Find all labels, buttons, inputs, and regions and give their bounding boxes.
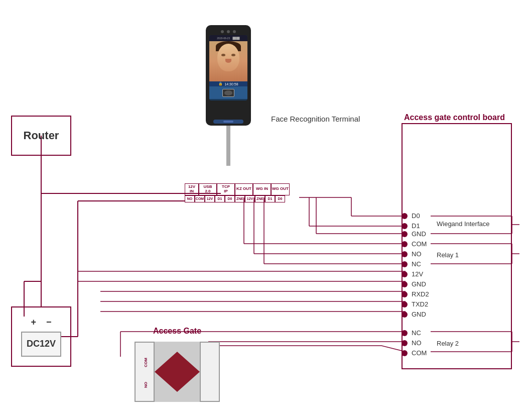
screen-face — [209, 41, 247, 81]
wing-right — [177, 352, 200, 392]
pin-dot-com1 — [402, 241, 408, 247]
pin-gnd3-row: GND — [402, 310, 426, 318]
pin-d1: D1 — [215, 195, 225, 202]
battery-terminals: + − — [31, 317, 51, 328]
pin-d0: D0 — [225, 195, 235, 202]
pin-label-no1: NO — [412, 250, 422, 258]
pin-label-gnd2: GND — [412, 280, 426, 288]
gate-right-panel — [200, 342, 220, 402]
device-body: 2020-06-23 ████ 🔒 14:30:58 — [206, 25, 251, 126]
pin-d0-row: D0 — [402, 212, 420, 220]
pin-dot-d0 — [402, 213, 408, 219]
terminal-minus: − — [46, 317, 52, 328]
pin-zne2: ZNE — [255, 195, 265, 202]
screen-time: 14:30:58 — [224, 82, 238, 86]
terminal-device: 2020-06-23 ████ 🔒 14:30:58 — [196, 25, 261, 166]
pin-dot-no1 — [402, 251, 408, 257]
gate-pin-no: NO — [144, 382, 148, 388]
diagram-container: Router 2020-06-23 ████ — [0, 0, 532, 416]
pin-no1-row: NO — [402, 250, 422, 258]
connector-bottom-row: NO COM 12V D1 D0 ZNE 12V ZNE D1 D0 — [185, 195, 290, 202]
router-box: Router — [11, 116, 71, 156]
pin-zne: ZNE — [235, 195, 245, 202]
pin-d1b: D1 — [265, 195, 275, 202]
conn-group-wgout: WG OUT — [271, 183, 290, 195]
pin-dot-d1 — [402, 223, 408, 229]
pin-nc2-row: NC — [402, 329, 421, 337]
gate-device: COM NO — [135, 342, 220, 402]
pin-nc1-row: NC — [402, 260, 421, 268]
pin-12v: 12V — [205, 195, 215, 202]
pin-dot-txd2 — [402, 301, 408, 307]
device-base — [226, 126, 230, 166]
terminal-plus: + — [31, 317, 36, 328]
battery-box: + − DC12V — [11, 306, 71, 367]
conn-group-kzout: KZ OUT — [235, 183, 253, 195]
relay2-label: Relay 2 — [437, 340, 459, 347]
pin-no2-row: NO — [402, 339, 422, 347]
battery-cell: DC12V — [21, 332, 61, 357]
access-gate-label: Access Gate — [153, 327, 201, 336]
camera-dot-3 — [233, 30, 236, 33]
pin-txd2-row: TXD2 — [402, 300, 428, 308]
pin-12v2: 12V — [245, 195, 255, 202]
pin-gnd1-row: GND — [402, 230, 426, 238]
pin-label-com2: COM — [412, 349, 427, 357]
pin-dot-gnd1 — [402, 231, 408, 237]
connector-top-row: 12VIN USB2.0 TCPIP KZ OUT WG IN WG OUT — [185, 183, 290, 195]
pin-com2-row: COM — [402, 349, 427, 357]
pin-dot-12v — [402, 271, 408, 277]
pin-label-txd2: TXD2 — [412, 300, 428, 308]
pin-no: NO — [185, 195, 195, 202]
camera-dot-1 — [221, 30, 224, 33]
connector-block: 12VIN USB2.0 TCPIP KZ OUT WG IN WG OUT N… — [185, 183, 290, 202]
conn-group-wgin: WG IN — [253, 183, 271, 195]
wiegand-interface-label: Wiegand Interface — [437, 220, 490, 228]
pin-dot-nc2 — [402, 330, 408, 336]
pin-dot-com2 — [402, 350, 408, 356]
pin-label-com1: COM — [412, 240, 427, 248]
router-label: Router — [24, 129, 59, 142]
pin-label-d0: D0 — [412, 212, 420, 220]
pin-rxd2-row: RXD2 — [402, 290, 429, 298]
pin-label-no2: NO — [412, 339, 422, 347]
conn-group-12v: 12VIN — [185, 183, 199, 195]
conn-group-usb: USB2.0 — [199, 183, 217, 195]
pin-12v-row: 12V — [402, 270, 423, 278]
gate-center — [155, 342, 200, 402]
wing-left — [155, 352, 177, 392]
pin-dot-no2 — [402, 340, 408, 346]
pin-label-nc2: NC — [412, 329, 421, 337]
pin-d1-row: D1 — [402, 222, 420, 230]
pin-dot-gnd3 — [402, 311, 408, 318]
gate-wings — [155, 349, 200, 394]
relay1-label: Relay 1 — [437, 251, 459, 259]
pin-label-d1: D1 — [412, 222, 420, 230]
device-screen: 2020-06-23 ████ 🔒 14:30:58 — [209, 35, 247, 100]
camera-row — [221, 30, 236, 33]
pin-label-nc1: NC — [412, 260, 421, 268]
pin-com: COM — [195, 195, 205, 202]
camera-dot-2 — [227, 30, 230, 33]
pin-d0b: D0 — [275, 195, 285, 202]
gate-left-panel: COM NO — [135, 342, 155, 402]
battery-label: DC12V — [27, 339, 56, 349]
pin-label-gnd3: GND — [412, 310, 426, 318]
board-title: Access gate control board — [404, 113, 505, 122]
pin-com1-row: COM — [402, 240, 427, 248]
pin-label-12v: 12V — [412, 270, 423, 278]
pin-label-gnd1: GND — [412, 230, 426, 238]
gate-pin-com: COM — [144, 358, 148, 367]
pin-dot-nc1 — [402, 261, 408, 267]
pin-dot-rxd2 — [402, 291, 408, 297]
conn-group-tcp: TCPIP — [217, 183, 235, 195]
pin-gnd2-row: GND — [402, 280, 426, 288]
terminal-label: Face Recognition Terminal — [271, 115, 360, 123]
pin-dot-gnd2 — [402, 281, 408, 287]
pin-label-rxd2: RXD2 — [412, 290, 429, 298]
